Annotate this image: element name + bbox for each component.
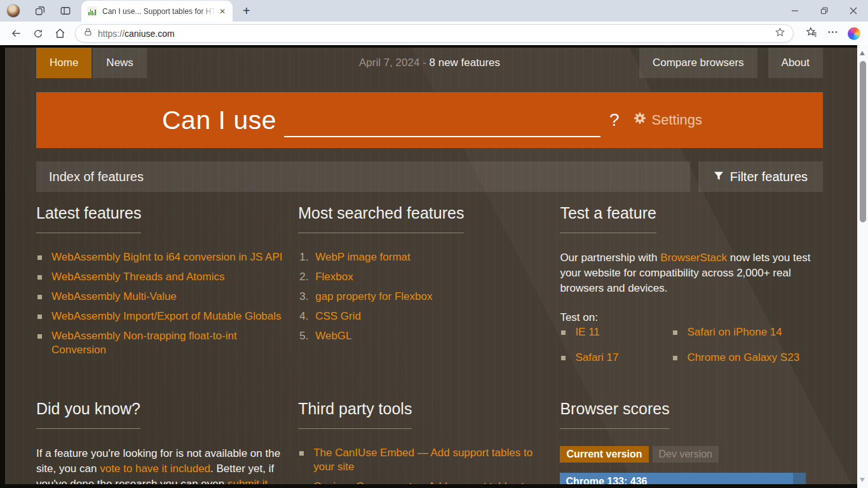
lock-icon [83,27,93,39]
copilot-icon[interactable] [848,27,860,40]
test-on-label: Test on: [560,310,823,325]
section-title: Latest features [36,204,141,233]
feature-search-input[interactable] [284,108,600,137]
browser-toolbar: https://caniuse.com [0,22,868,45]
back-icon[interactable] [10,27,22,39]
list-item: WebP image format [298,250,546,264]
section-title: Third party tools [298,400,412,429]
site-title: Can I use [162,105,276,135]
scroll-down-arrow-icon[interactable] [860,478,865,482]
window-close-button[interactable] [839,0,868,22]
caniuse-favicon [87,6,97,17]
feature-link[interactable]: WebAssembly BigInt to i64 conversion in … [51,251,282,263]
current-version-button[interactable]: Current version [560,446,648,463]
list-item: WebAssembly BigInt to i64 conversion in … [36,250,284,264]
did-you-know-section: Did you know? If a feature you're lookin… [36,400,284,484]
site-header: Can I use ? [36,92,823,148]
browser-scores-section: Browser scores Current version Dev versi… [560,400,823,484]
new-features-link: 8 new features [430,57,501,69]
page-scrollbar[interactable] [857,45,868,488]
site-nav: Home News April 7, 2024 - 8 new features… [36,48,823,78]
url-text[interactable]: https://caniuse.com [98,29,175,39]
browserstack-link[interactable]: BrowserStack [660,252,727,264]
test-target-link[interactable]: IE 11 [575,326,599,338]
window-restore-button[interactable] [810,0,839,22]
tab-close-icon[interactable]: ✕ [218,7,227,16]
section-title: Most searched features [298,204,464,233]
list-item: WebAssembly Threads and Atomics [36,270,284,284]
filter-features-button[interactable]: Filter features [698,161,823,192]
section-title: Did you know? [36,400,140,429]
window-minimize-button[interactable] [780,0,810,22]
gear-icon [634,112,646,128]
list-item: Chrome on Galaxy S23 [672,351,823,365]
address-bar[interactable]: https://caniuse.com [75,24,794,43]
url-scheme: https:// [98,29,125,39]
feature-link[interactable]: WebP image format [315,251,410,263]
feature-link[interactable]: WebAssembly Import/Export of Mutable Glo… [51,310,281,322]
list-item: IE 11 [560,325,672,339]
tool-link[interactable]: Caniuse Component — Add support tables t… [313,480,530,484]
nav-news-button[interactable]: News [93,48,147,78]
browser-tab[interactable]: Can I use... Support tables for HTM ✕ [81,1,233,22]
tab-actions-icon[interactable] [60,5,71,17]
did-you-know-text: If a feature you're looking for is not a… [36,446,284,484]
vote-link[interactable]: vote to have it included [100,463,210,475]
tab-title: Can I use... Support tables for HTM [102,7,218,16]
settings-menu-icon[interactable] [827,26,839,41]
third-party-tools-section: Third party tools The CanIUse Embed — Ad… [298,400,546,484]
refresh-icon[interactable] [32,28,44,39]
settings-button[interactable]: Settings [634,112,703,128]
partnership-text: Our partnership with BrowserStack now le… [560,250,823,296]
list-item: WebAssembly Non-trapping float-to-int Co… [36,329,284,357]
list-item: Safari 17 [560,351,672,365]
new-tab-button[interactable]: + [243,0,250,22]
home-icon[interactable] [54,27,66,39]
test-target-link[interactable]: Chrome on Galaxy S23 [687,351,799,363]
feature-link[interactable]: WebAssembly Multi-Value [51,290,177,302]
test-target-link[interactable]: Safari 17 [575,351,618,363]
list-item: CSS Grid [298,309,546,323]
feature-link[interactable]: CSS Grid [315,310,361,322]
feature-link[interactable]: gap property for Flexbox [315,290,432,302]
nav-home-button[interactable]: Home [36,48,92,78]
browser-tab-strip: Can I use... Support tables for HTM ✕ + [0,0,868,22]
section-title: Browser scores [560,400,669,429]
list-item: Safari on iPhone 14 [672,325,823,339]
scrollbar-thumb[interactable] [860,61,866,222]
list-item: WebAssembly Multi-Value [36,290,284,304]
url-host: caniuse.com [125,29,175,39]
list-item: Flexbox [298,270,546,284]
workspaces-icon[interactable] [34,5,46,17]
index-of-features-bar[interactable]: Index of features [36,161,690,192]
score-bars: Chrome 133: 436Safari 18.3: 411 [560,473,823,484]
latest-features-section: Latest features WebAssembly BigInt to i6… [36,204,284,370]
section-title: Test a feature [560,204,656,233]
test-a-feature-section: Test a feature Our partnership with Brow… [560,204,823,370]
list-item: gap property for Flexbox [298,290,546,304]
favorites-icon[interactable] [806,26,818,41]
feature-link[interactable]: WebAssembly Threads and Atomics [51,271,224,283]
feature-link[interactable]: WebGL [315,330,351,342]
settings-label: Settings [652,112,703,128]
list-item: The CanIUse Embed — Add support tables t… [298,446,546,474]
page-background: Home News April 7, 2024 - 8 new features… [5,48,868,484]
list-item: WebAssembly Import/Export of Mutable Glo… [36,309,284,323]
test-target-link[interactable]: Safari on iPhone 14 [687,326,782,338]
score-bar-label: Chrome 133: 436 [560,473,806,484]
most-searched-section: Most searched features WebP image format… [298,204,546,370]
score-bar: Chrome 133: 436 [560,473,806,484]
nav-compare-browsers-button[interactable]: Compare browsers [639,48,757,78]
scroll-up-arrow-icon[interactable] [860,51,865,55]
feature-link[interactable]: WebAssembly Non-trapping float-to-int Co… [51,330,237,356]
list-item: WebGL [298,329,546,343]
help-button[interactable]: ? [609,110,620,130]
nav-about-button[interactable]: About [768,48,823,78]
bookmark-star-icon[interactable] [775,27,785,40]
tool-link[interactable]: The CanIUse Embed — Add support tables t… [313,447,532,473]
page-viewport: Home News April 7, 2024 - 8 new features… [0,45,868,488]
feature-link[interactable]: Flexbox [315,271,353,283]
funnel-icon [714,170,724,184]
dev-version-button[interactable]: Dev version [653,446,719,463]
profile-avatar[interactable] [6,4,20,18]
